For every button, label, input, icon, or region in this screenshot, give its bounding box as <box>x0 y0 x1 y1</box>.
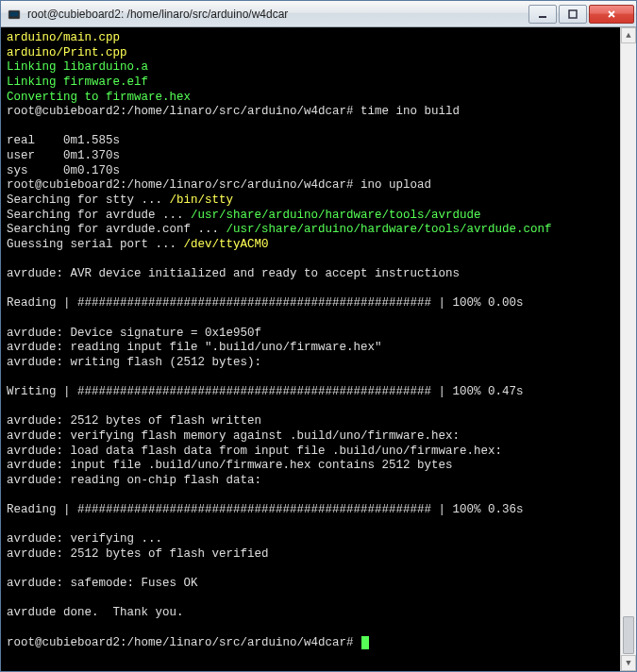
terminal-text: Reading | ##############################… <box>7 296 524 310</box>
terminal-text: Linking libarduino.a <box>7 60 148 74</box>
terminal-text: Searching for avrdude ... <box>7 209 191 222</box>
terminal-text: Searching for avrdude.conf ... <box>7 223 226 236</box>
terminal-line: Linking firmware.elf <box>7 76 614 91</box>
terminal-text: sys 0m0.170s <box>7 164 120 177</box>
terminal-text: /usr/share/arduino/hardware/tools/avrdud… <box>226 223 552 236</box>
terminal-line: avrdude: verifying ... <box>7 532 614 547</box>
terminal-line: Converting to firmware.hex <box>7 91 614 106</box>
terminal-text: arduino/main.cpp <box>7 31 120 44</box>
terminal-text: user 0m1.370s <box>7 149 120 162</box>
terminal-text: arduino/Print.cpp <box>7 46 127 59</box>
terminal-line: avrdude: reading input file ".build/uno/… <box>7 341 614 356</box>
terminal-line: avrdude: Device signature = 0x1e950f <box>7 327 614 342</box>
terminal-line <box>7 621 614 636</box>
terminal-text: root@cubieboard2:/home/linaro/src/arduin… <box>7 105 360 118</box>
terminal-line <box>7 120 614 135</box>
terminal-text: root@cubieboard2:/home/linaro/src/arduin… <box>7 178 360 192</box>
terminal-line: avrdude done. Thank you. <box>7 606 614 621</box>
terminal-line: Searching for avrdude.conf ... /usr/shar… <box>7 223 614 238</box>
terminal-text: time ino build <box>360 105 460 118</box>
window: root@cubieboard2: /home/linaro/src/ardui… <box>0 0 637 672</box>
terminal-line <box>7 370 614 385</box>
terminal-line <box>7 563 614 578</box>
terminal-line: Writing | ##############################… <box>7 385 614 400</box>
terminal-line <box>7 282 614 297</box>
terminal-text: avrdude: input file .build/uno/firmware.… <box>7 459 453 472</box>
close-button[interactable] <box>589 5 634 24</box>
terminal-line: sys 0m0.170s <box>7 164 614 179</box>
terminal-text: /usr/share/arduino/hardware/tools/avrdud… <box>191 209 481 222</box>
scrollbar[interactable]: ▲ ▼ <box>620 27 636 671</box>
terminal-text: avrdude: verifying flash memory against … <box>7 429 460 443</box>
terminal-text: avrdude: 2512 bytes of flash written <box>7 414 261 428</box>
terminal-text: avrdude: verifying ... <box>7 532 162 546</box>
terminal-line: avrdude: 2512 bytes of flash verified <box>7 547 614 563</box>
terminal-line: avrdude: reading on-chip flash data: <box>7 474 614 489</box>
terminal-line: avrdude: safemode: Fuses OK <box>7 577 614 592</box>
scroll-up-button[interactable]: ▲ <box>621 27 636 43</box>
terminal-text: avrdude: AVR device initialized and read… <box>7 267 460 280</box>
terminal-line: avrdude: writing flash (2512 bytes): <box>7 356 614 371</box>
terminal-text: avrdude: Device signature = 0x1e950f <box>7 327 261 340</box>
scroll-thumb[interactable] <box>623 616 634 654</box>
terminal-text: Linking firmware.elf <box>7 76 148 89</box>
terminal-text: avrdude done. Thank you. <box>7 606 184 619</box>
terminal-text: Guessing serial port ... <box>7 238 184 251</box>
maximize-button[interactable] <box>559 5 587 24</box>
terminal-text: avrdude: load data flash data from input… <box>7 445 502 458</box>
terminal-text: Writing | ##############################… <box>7 385 524 398</box>
svg-rect-3 <box>569 10 577 18</box>
window-title: root@cubieboard2: /home/linaro/src/ardui… <box>27 8 527 21</box>
window-controls <box>527 5 634 24</box>
terminal-text: /dev/ttyACM0 <box>184 238 269 251</box>
terminal-line: root@cubieboard2:/home/linaro/src/arduin… <box>7 105 614 120</box>
terminal-line: Reading | ##############################… <box>7 296 614 311</box>
terminal-line: Guessing serial port ... /dev/ttyACM0 <box>7 238 614 253</box>
cursor <box>361 636 369 649</box>
terminal-line <box>7 252 614 267</box>
terminal-line: root@cubieboard2:/home/linaro/src/arduin… <box>7 178 614 193</box>
svg-rect-1 <box>10 11 19 16</box>
terminal-line: real 0m1.585s <box>7 134 614 149</box>
terminal-line: Searching for avrdude ... /usr/share/ard… <box>7 209 614 224</box>
terminal-text: ino upload <box>360 178 431 192</box>
terminal-area: arduino/main.cpparduino/Print.cppLinking… <box>1 27 636 671</box>
terminal-line: avrdude: input file .build/uno/firmware.… <box>7 459 614 474</box>
terminal-line <box>7 400 614 415</box>
terminal-line: avrdude: verifying flash memory against … <box>7 429 614 445</box>
terminal-text: avrdude: reading on-chip flash data: <box>7 474 261 487</box>
terminal-text: avrdude: safemode: Fuses OK <box>7 577 198 590</box>
terminal-line: avrdude: 2512 bytes of flash written <box>7 414 614 429</box>
terminal-line: avrdude: AVR device initialized and read… <box>7 267 614 282</box>
terminal-text: avrdude: reading input file ".build/uno/… <box>7 341 382 354</box>
terminal-text: Searching for stty ... <box>7 193 170 207</box>
terminal-line: Linking libarduino.a <box>7 60 614 76</box>
app-icon <box>7 7 22 22</box>
terminal-line <box>7 488 614 503</box>
terminal-line <box>7 518 614 533</box>
terminal-line <box>7 592 614 607</box>
terminal-text: real 0m1.585s <box>7 134 120 147</box>
terminal-text: avrdude: 2512 bytes of flash verified <box>7 547 269 561</box>
terminal-text: root@cubieboard2:/home/linaro/src/arduin… <box>7 636 360 649</box>
terminal-line: arduino/main.cpp <box>7 31 614 46</box>
terminal-line: root@cubieboard2:/home/linaro/src/arduin… <box>7 636 614 651</box>
terminal-line: user 0m1.370s <box>7 149 614 164</box>
svg-rect-2 <box>539 16 546 18</box>
terminal-output[interactable]: arduino/main.cpparduino/Print.cppLinking… <box>1 27 620 671</box>
terminal-line: Reading | ##############################… <box>7 503 614 518</box>
terminal-line: avrdude: load data flash data from input… <box>7 445 614 460</box>
terminal-text: Reading | ##############################… <box>7 503 524 516</box>
terminal-line: arduino/Print.cpp <box>7 46 614 61</box>
terminal-text: Converting to firmware.hex <box>7 91 191 104</box>
minimize-button[interactable] <box>528 5 557 24</box>
titlebar[interactable]: root@cubieboard2: /home/linaro/src/ardui… <box>1 1 636 27</box>
terminal-text: /bin/stty <box>170 193 234 207</box>
scroll-down-button[interactable]: ▼ <box>621 655 636 671</box>
terminal-text: avrdude: writing flash (2512 bytes): <box>7 356 261 369</box>
terminal-line <box>7 311 614 327</box>
terminal-line: Searching for stty ... /bin/stty <box>7 193 614 209</box>
